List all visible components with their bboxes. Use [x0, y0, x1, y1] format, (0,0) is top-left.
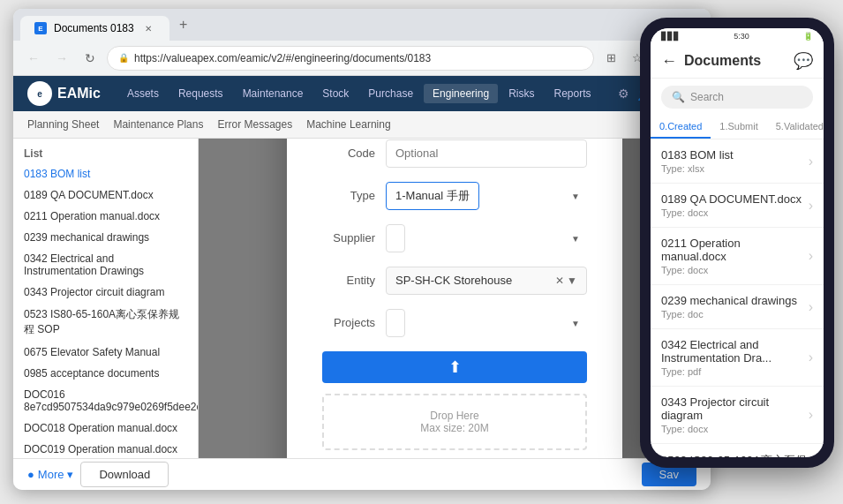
- mobile-item-name-6: 0523 IS80-65-160A离心泵保养规程 SOP: [661, 453, 809, 457]
- mobile-chevron-icon-3: ›: [809, 299, 813, 315]
- download-button[interactable]: Download: [80, 462, 169, 487]
- more-button[interactable]: ● More ▾: [27, 468, 73, 481]
- mobile-list-item-6[interactable]: 0523 IS80-65-160A离心泵保养规程 SOP Type: doc ›: [651, 444, 824, 457]
- mobile-back-button[interactable]: ←: [661, 52, 677, 71]
- mobile-tab-2[interactable]: 5.Validated: [767, 116, 824, 139]
- sidebar-item-9[interactable]: DOC016 8e7cd9507534da9c979e0269f5dee2cf.…: [13, 384, 198, 417]
- mobile-message-icon[interactable]: 💬: [794, 51, 813, 71]
- sidebar-item-6[interactable]: 0523 IS80-65-160A离心泵保养规程 SOP: [13, 303, 198, 342]
- upload-modal: Upload a new document Code Type 1-Manual: [287, 139, 622, 458]
- type-select[interactable]: 1-Manual 手册: [386, 182, 479, 210]
- mobile-item-name-3: 0239 mechanical drawings: [661, 294, 809, 307]
- sidebar-item-10[interactable]: DOC018 Operation manual.docx: [13, 417, 198, 439]
- nav-maintenance[interactable]: Maintenance: [234, 84, 312, 103]
- mobile-search-area: 🔍 Search: [651, 79, 824, 116]
- sub-navigation: Planning Sheet Maintenance Plans Error M…: [13, 111, 711, 139]
- mobile-header: ← Documents 💬: [651, 44, 824, 79]
- subnav-planning[interactable]: Planning Sheet: [27, 117, 99, 132]
- more-label: More: [38, 468, 64, 481]
- main-nav: Assets Requests Maintenance Stock Purcha…: [118, 84, 600, 103]
- drop-zone[interactable]: Drop Here Max size: 20M: [322, 394, 587, 450]
- browser-tab-active[interactable]: E Documents 0183 ✕: [20, 16, 169, 41]
- supplier-select[interactable]: [386, 224, 405, 252]
- code-input[interactable]: [386, 139, 587, 168]
- mobile-list-item-4[interactable]: 0342 Electrical and Instrumentation Dra.…: [651, 329, 824, 387]
- app-brand: EAMic: [57, 86, 101, 102]
- sidebar-item-1[interactable]: 0189 QA DOCUMENT.docx: [13, 184, 198, 206]
- address-bar[interactable]: 🔒 https://valueapex.com/eamic/v2/#/engin…: [107, 46, 594, 71]
- nav-requests[interactable]: Requests: [169, 84, 232, 103]
- upload-button[interactable]: ⬆: [322, 351, 587, 383]
- sidebar-item-4[interactable]: 0342 Electrical and Instrumentation Draw…: [13, 248, 198, 282]
- nav-assets[interactable]: Assets: [118, 84, 168, 103]
- mobile-item-type-4: Type: pdf: [661, 366, 809, 377]
- tab-title: Documents 0183: [54, 22, 134, 34]
- code-field-group: Code: [322, 139, 587, 168]
- mobile-tab-1[interactable]: 1.Submit: [711, 116, 766, 139]
- sidebar-item-2[interactable]: 0211 Operation manual.docx: [13, 206, 198, 227]
- main-content: Upload a new document Code Type 1-Manual: [199, 139, 711, 458]
- mobile-time: 5:30: [734, 32, 749, 41]
- projects-select[interactable]: [386, 309, 405, 337]
- mobile-battery-icon: 🔋: [803, 32, 813, 41]
- sidebar-item-7[interactable]: 0675 Elevator Safety Manual: [13, 342, 198, 363]
- mobile-item-info-4: 0342 Electrical and Instrumentation Dra.…: [661, 338, 809, 377]
- sidebar-item-0[interactable]: 0183 BOM list: [13, 163, 198, 184]
- more-chevron-icon: ▾: [67, 468, 73, 481]
- nav-engineering[interactable]: Engineering: [424, 84, 498, 103]
- tab-close-button[interactable]: ✕: [141, 21, 155, 35]
- mobile-chevron-icon-0: ›: [809, 154, 813, 169]
- forward-button[interactable]: →: [50, 47, 73, 70]
- mobile-item-info-0: 0183 BOM list Type: xlsx: [661, 148, 809, 174]
- mobile-item-type-2: Type: docx: [661, 265, 809, 275]
- entity-value: SP-SH-CK Storehouse: [395, 274, 512, 287]
- mobile-list-item-0[interactable]: 0183 BOM list Type: xlsx ›: [651, 139, 824, 184]
- browser-toolbar: ← → ↻ 🔒 https://valueapex.com/eamic/v2/#…: [13, 41, 711, 76]
- mobile-item-info-2: 0211 Operation manual.docx Type: docx: [661, 237, 809, 275]
- subnav-error-messages[interactable]: Error Messages: [217, 117, 292, 132]
- supplier-select-wrapper: [386, 224, 587, 252]
- subnav-maintenance-plans[interactable]: Maintenance Plans: [113, 117, 203, 132]
- main-area: List 0183 BOM list 0189 QA DOCUMENT.docx…: [13, 139, 711, 458]
- mobile-search-bar[interactable]: 🔍 Search: [661, 86, 813, 109]
- sidebar-item-8[interactable]: 0985 acceptance documents: [13, 363, 198, 384]
- mobile-list-item-1[interactable]: 0189 QA DOCUMENT.docx Type: docx ›: [651, 184, 824, 228]
- browser-window: E Documents 0183 ✕ + ← → ↻ 🔒 https://val…: [13, 9, 711, 490]
- mobile-item-info-3: 0239 mechanical drawings Type: doc: [661, 294, 809, 320]
- code-label: Code: [322, 147, 375, 160]
- mobile-item-type-5: Type: docx: [661, 424, 809, 434]
- mobile-chevron-icon-4: ›: [809, 350, 813, 365]
- entity-input[interactable]: SP-SH-CK Storehouse ✕ ▼: [386, 267, 587, 295]
- mobile-list-item-5[interactable]: 0343 Projector circuit diagram Type: doc…: [651, 387, 824, 444]
- mobile-item-type-1: Type: docx: [661, 207, 809, 218]
- back-button[interactable]: ←: [22, 47, 45, 70]
- entity-clear-button[interactable]: ✕ ▼: [555, 275, 577, 287]
- sidebar-item-11[interactable]: DOC019 Operation manual.docx: [13, 439, 198, 458]
- mobile-list-item-3[interactable]: 0239 mechanical drawings Type: doc ›: [651, 285, 824, 329]
- type-select-wrapper: 1-Manual 手册: [386, 182, 587, 210]
- mobile-carrier: ▊▊▊: [661, 32, 680, 41]
- nav-stock[interactable]: Stock: [313, 84, 358, 103]
- nav-risks[interactable]: Risks: [500, 84, 543, 103]
- mobile-list-item-2[interactable]: 0211 Operation manual.docx Type: docx ›: [651, 228, 824, 285]
- mobile-tabs: 0.Created 1.Submit 5.Validated 6.C: [651, 116, 824, 139]
- settings-icon[interactable]: ⚙: [618, 87, 629, 101]
- sidebar-item-5[interactable]: 0343 Projector circuit diagram: [13, 282, 198, 303]
- new-tab-button[interactable]: +: [173, 14, 194, 35]
- nav-purchase[interactable]: Purchase: [359, 84, 422, 103]
- projects-field-group: Projects: [322, 309, 587, 337]
- mobile-tab-0[interactable]: 0.Created: [651, 116, 711, 139]
- subnav-machine-learning[interactable]: Machine Learning: [306, 117, 390, 132]
- refresh-button[interactable]: ↻: [79, 47, 102, 70]
- entity-field-group: Entity SP-SH-CK Storehouse ✕ ▼: [322, 267, 587, 295]
- mobile-item-name-1: 0189 QA DOCUMENT.docx: [661, 192, 809, 206]
- nav-reports[interactable]: Reports: [545, 84, 599, 103]
- sidebar-section-label: List: [13, 139, 198, 163]
- mobile-item-name-0: 0183 BOM list: [661, 148, 809, 162]
- sidebar-item-3[interactable]: 0239 mechanical drawings: [13, 227, 198, 248]
- lock-icon: 🔒: [118, 53, 129, 63]
- supplier-label: Supplier: [322, 231, 375, 244]
- extensions-button[interactable]: ⊞: [599, 47, 622, 70]
- sidebar: List 0183 BOM list 0189 QA DOCUMENT.docx…: [13, 139, 199, 458]
- mobile-document-list: 0183 BOM list Type: xlsx › 0189 QA DOCUM…: [651, 139, 824, 457]
